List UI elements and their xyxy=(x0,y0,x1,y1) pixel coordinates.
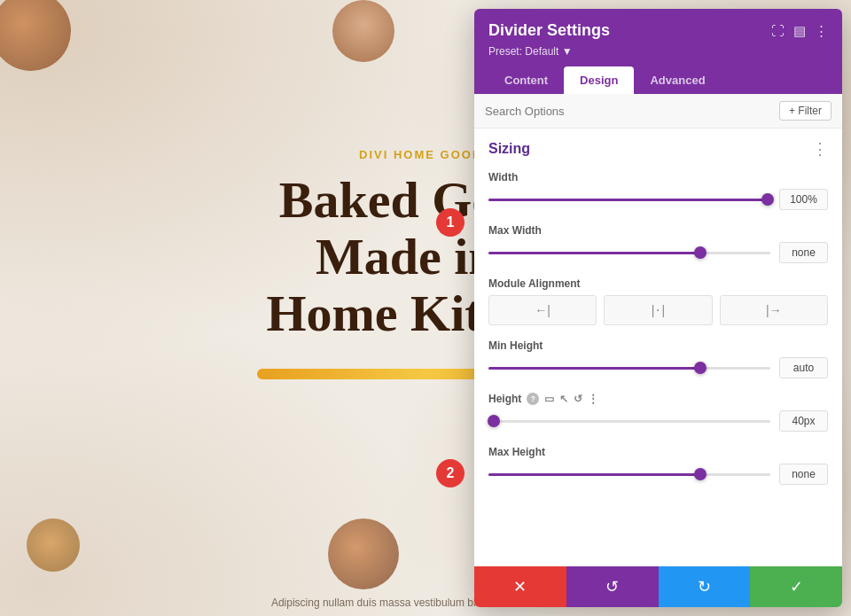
panel-title: Divider Settings xyxy=(488,21,610,40)
section-menu-icon[interactable]: ⋮ xyxy=(812,139,828,159)
min-height-slider-row xyxy=(488,357,828,378)
height-value[interactable] xyxy=(779,410,828,432)
search-input[interactable] xyxy=(485,105,779,118)
width-slider-row xyxy=(488,189,828,210)
width-value[interactable] xyxy=(779,189,828,210)
min-height-field: Min Height xyxy=(488,339,828,378)
badge-2: 2 xyxy=(436,459,465,487)
width-slider-fill xyxy=(488,199,768,201)
height-device-icon[interactable]: ▭ xyxy=(544,393,554,405)
tab-design[interactable]: Design xyxy=(564,66,634,94)
align-left-button[interactable]: ←| xyxy=(488,295,597,325)
max-height-slider-track[interactable] xyxy=(488,473,770,476)
width-field: Width xyxy=(488,171,828,210)
max-width-slider-thumb[interactable] xyxy=(694,246,707,259)
redo-button[interactable]: ↻ xyxy=(659,566,751,607)
sizing-section: Sizing ⋮ Width Max Width xyxy=(474,129,842,510)
panel-body: Sizing ⋮ Width Max Width xyxy=(474,129,842,566)
height-slider-track[interactable] xyxy=(488,420,770,423)
height-undo-icon[interactable]: ↺ xyxy=(574,393,582,405)
max-width-field: Max Width xyxy=(488,224,828,263)
panel-header-icons: ⛶ ▤ ⋮ xyxy=(771,23,828,39)
alignment-buttons: ←| |⬝| |→ xyxy=(488,295,828,325)
panel-footer: ✕ ↺ ↻ ✓ xyxy=(474,566,842,607)
panel-preset[interactable]: Preset: Default ▼ xyxy=(488,45,828,58)
max-height-label: Max Height xyxy=(488,446,828,458)
max-height-field: Max Height xyxy=(488,446,828,485)
alignment-field: Module Alignment ←| |⬝| |→ xyxy=(488,277,828,325)
min-height-label: Min Height xyxy=(488,339,828,352)
height-field: Height ? ▭ ↖ ↺ ⋮ xyxy=(488,393,828,432)
undo-button[interactable]: ↺ xyxy=(566,566,659,607)
height-slider-thumb[interactable] xyxy=(488,415,500,427)
filter-button[interactable]: + Filter xyxy=(779,101,831,121)
max-width-slider-row xyxy=(488,242,828,263)
height-label: Height ? ▭ ↖ ↺ ⋮ xyxy=(488,393,828,405)
tab-advanced[interactable]: Advanced xyxy=(634,66,721,94)
max-height-value[interactable] xyxy=(779,464,828,485)
width-slider-track[interactable] xyxy=(488,199,770,201)
brand-name: DIVI HOME GOODS xyxy=(359,148,492,161)
cancel-button[interactable]: ✕ xyxy=(474,566,566,607)
width-label: Width xyxy=(488,171,828,183)
max-width-slider-fill xyxy=(488,252,700,254)
section-title: Sizing xyxy=(488,141,530,157)
height-more-icon[interactable]: ⋮ xyxy=(588,393,598,405)
panel-tabs: Content Design Advanced xyxy=(488,66,828,94)
min-height-slider-thumb[interactable] xyxy=(694,362,707,374)
align-right-button[interactable]: |→ xyxy=(720,295,828,325)
max-height-slider-fill xyxy=(488,473,700,476)
min-height-slider-track[interactable] xyxy=(488,367,770,370)
panel-search-bar: + Filter xyxy=(474,94,842,129)
height-help-icon[interactable]: ? xyxy=(527,393,539,405)
min-height-slider-fill xyxy=(488,367,700,370)
max-width-value[interactable] xyxy=(779,242,828,263)
width-slider-thumb[interactable] xyxy=(761,193,774,206)
settings-panel: Divider Settings ⛶ ▤ ⋮ Preset: Default ▼… xyxy=(474,9,842,607)
section-header: Sizing ⋮ xyxy=(488,139,828,159)
height-slider-row xyxy=(488,410,828,432)
max-height-slider-row xyxy=(488,464,828,485)
save-button[interactable]: ✓ xyxy=(750,566,842,607)
max-width-slider-track[interactable] xyxy=(488,252,770,254)
max-width-label: Max Width xyxy=(488,224,828,237)
panel-header: Divider Settings ⛶ ▤ ⋮ Preset: Default ▼… xyxy=(474,9,842,94)
columns-icon[interactable]: ▤ xyxy=(793,23,806,39)
alignment-label: Module Alignment xyxy=(488,277,828,290)
expand-icon[interactable]: ⛶ xyxy=(771,23,785,38)
more-icon[interactable]: ⋮ xyxy=(815,23,828,39)
height-cursor-icon[interactable]: ↖ xyxy=(559,393,568,405)
min-height-value[interactable] xyxy=(779,357,828,378)
max-height-slider-thumb[interactable] xyxy=(694,468,707,480)
badge-1: 1 xyxy=(436,208,465,237)
align-center-button[interactable]: |⬝| xyxy=(604,295,712,325)
tab-content[interactable]: Content xyxy=(488,66,564,94)
panel-title-row: Divider Settings ⛶ ▤ ⋮ xyxy=(488,21,828,40)
